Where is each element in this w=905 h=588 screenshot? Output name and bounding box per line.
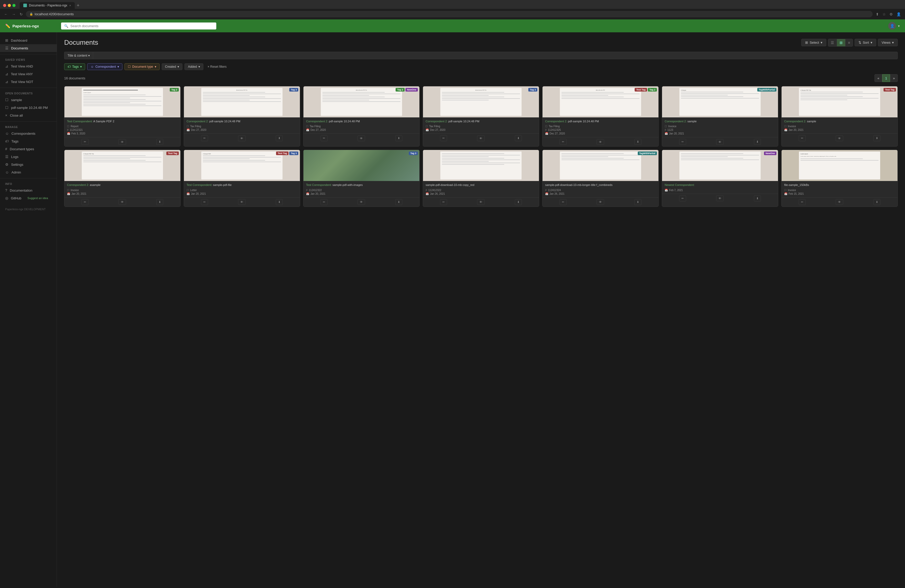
download-btn[interactable]: ⬇ [754,195,761,201]
edit-btn[interactable]: ✏ [201,135,208,141]
download-btn[interactable]: ⬇ [276,199,283,205]
view-btn[interactable]: 👁 [238,199,246,205]
edit-btn[interactable]: ✏ [440,199,447,205]
edit-btn[interactable]: ✏ [799,199,806,205]
close-window-btn[interactable] [3,4,6,7]
filter-text-input[interactable] [93,52,898,59]
download-btn[interactable]: ⬇ [156,139,163,145]
sidebar-item-correspondents[interactable]: ☺ Correspondents [0,130,57,137]
correspondent-link[interactable]: Test Correspondent: [306,183,332,186]
address-bar[interactable]: 🔒 localhost:4200/documents [26,11,873,17]
edit-btn[interactable]: ✏ [560,199,567,205]
correspondent-link[interactable]: Correspondent 2: [67,183,89,186]
view-btn[interactable]: 👁 [597,199,604,205]
created-filter-btn[interactable]: Created ▾ [162,63,183,70]
table-row[interactable]: NewOne Newest Correspondent: 📅 Feb 7, 20… [662,150,778,207]
sidebar-item-settings[interactable]: ⚙ Settings [0,160,57,168]
share-btn[interactable]: ⬆ [875,11,880,17]
sidebar-item-github[interactable]: ◎ GitHub Suggest an idea [0,194,57,202]
view-btn[interactable]: 👁 [357,135,365,141]
select-button[interactable]: ⊞ Select ▾ [801,39,826,46]
refresh-btn[interactable]: ↻ [19,11,24,17]
table-row[interactable]: Lorem ipsum Lorem ipsum dolor sit amet, … [781,150,898,207]
sidebar-item-dashboard[interactable]: ⊞ Dashboard [0,36,57,44]
view-btn[interactable]: 👁 [119,199,126,205]
edit-btn[interactable]: ✏ [679,139,686,145]
sort-button[interactable]: ⇅ Sort ▾ [854,39,876,46]
download-btn[interactable]: ⬇ [754,139,761,145]
prev-page-btn[interactable]: « [875,74,882,82]
correspondent-link[interactable]: Correspondent 2: [426,120,448,123]
view-btn[interactable]: 👁 [836,135,843,141]
edit-btn[interactable]: ✏ [201,199,208,205]
table-row[interactable]: Lorem Ipsum Tag 2 [64,86,181,147]
table-row[interactable]: Adobe Acrobat PDF Test Tag Tag 2 [542,86,659,147]
edit-btn[interactable]: ✏ [560,139,567,145]
view-btn[interactable]: 👁 [477,135,484,141]
view-btn[interactable]: 👁 [716,195,724,201]
avatar[interactable]: 👤 [888,22,896,30]
suggest-idea-link[interactable]: Suggest an idea [27,197,48,200]
edit-btn[interactable]: ✏ [81,139,89,145]
user-dropdown-icon[interactable]: ▾ [898,24,900,28]
sidebar-item-logs[interactable]: ☰ Logs [0,153,57,160]
view-btn[interactable]: 👁 [597,139,604,145]
sidebar-item-test-view-not[interactable]: ⊿ Test View NOT [0,78,57,86]
download-btn[interactable]: ⬇ [634,199,641,205]
sidebar-item-documentation[interactable]: ? Documentation [0,186,57,194]
table-row[interactable]: A Simple TagWithPartial [662,86,778,147]
sidebar-item-documents[interactable]: ☰ Documents [0,44,57,52]
download-btn[interactable]: ⬇ [873,199,880,205]
sidebar-item-tags[interactable]: 🏷 Tags [0,137,57,145]
download-btn[interactable]: ⬇ [156,199,163,205]
sidebar-item-test-view-and[interactable]: ⊿ Test View AND [0,62,57,70]
sidebar-item-test-view-any[interactable]: ⊿ Test View ANY [0,70,57,78]
view-btn[interactable]: 👁 [477,199,484,205]
view-btn[interactable]: 👁 [238,135,246,141]
download-btn[interactable]: ⬇ [873,135,880,141]
view-btn[interactable]: 👁 [357,199,365,205]
download-btn[interactable]: ⬇ [395,199,402,205]
edit-btn[interactable]: ✏ [321,135,327,141]
view-btn[interactable]: 👁 [716,139,724,145]
forward-btn[interactable]: → [11,11,17,17]
table-row[interactable]: A Simple PDF Test Tag Tag 3 [184,150,300,207]
download-btn[interactable]: ⬇ [634,139,641,145]
correspondent-link[interactable]: Test Correspondent: [187,183,212,186]
table-row[interactable]: Adobe Acrobat PDF File Tag 3 [184,86,300,147]
table-row[interactable]: A Simple PDF File Test Tag [64,150,181,207]
sidebar-item-pdf-sample[interactable]: ☐ pdf-sample 10.24.48 PM [0,104,57,111]
correspondent-link[interactable]: Test Correspondent: [67,120,93,123]
browser-tab-active[interactable]: Documents - Paperless-ngx × [20,2,75,9]
sidebar-item-admin[interactable]: ☺ Admin [0,168,57,176]
reset-filters-btn[interactable]: × Reset filters [205,63,229,70]
table-row[interactable]: A Simple PDF File Test Tag [781,86,898,147]
table-row[interactable]: sample-pdf-download-10-mb copy_red # 112… [423,150,539,207]
next-page-btn[interactable]: » [890,74,898,82]
sidebar-item-close-all[interactable]: × Close all [0,111,57,119]
correspondent-link[interactable]: Newest Correspondent: [665,183,695,186]
tab-close-btn[interactable]: × [69,4,71,7]
download-btn[interactable]: ⬇ [276,135,283,141]
added-filter-btn[interactable]: Added ▾ [184,63,203,70]
table-row[interactable]: Adobe Acrobat PDF File Tag 2 NewOne [303,86,420,147]
doctype-filter-btn[interactable]: ☐ Document type ▾ [124,63,160,70]
maximize-window-btn[interactable] [13,4,16,7]
back-btn[interactable]: ← [3,11,9,17]
current-page-btn[interactable]: 1 [882,74,890,82]
view-btn[interactable]: 👁 [119,139,126,145]
download-btn[interactable]: ⬇ [515,135,522,141]
correspondent-link[interactable]: Correspondent 2: [784,120,806,123]
search-input[interactable] [70,24,213,28]
edit-btn[interactable]: ✏ [679,195,686,201]
view-btn[interactable]: 👁 [836,199,843,205]
correspondent-link[interactable]: Correspondent 2: [187,120,208,123]
correspondent-link[interactable]: Correspondent 2: [306,120,328,123]
views-button[interactable]: Views ▾ [878,39,898,46]
edit-btn[interactable]: ✏ [440,135,447,141]
table-row[interactable]: TagWithPartial sample-pdf-download-10-mb… [542,150,659,207]
global-search-bar[interactable]: 🔍 [61,22,216,30]
minimize-window-btn[interactable] [8,4,11,7]
profile-btn[interactable]: 👤 [895,11,902,17]
download-btn[interactable]: ⬇ [515,199,522,205]
